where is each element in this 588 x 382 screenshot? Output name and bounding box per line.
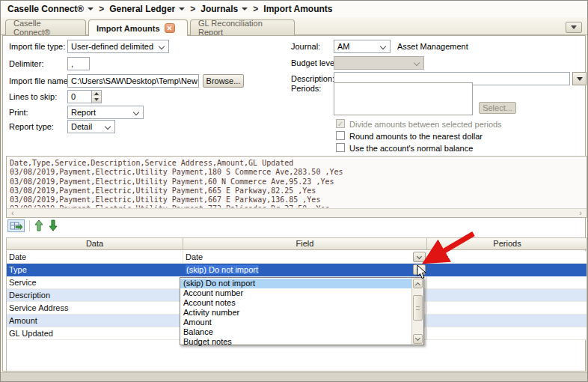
divide-amounts-checkbox (336, 119, 345, 128)
tab-bar: Caselle Connect® Import Amounts GL Recon… (1, 17, 587, 35)
scroll-right-icon[interactable]: › (579, 209, 582, 217)
dropdown-item-account-notes[interactable]: Account notes (180, 298, 411, 308)
periods-select-button: Select... (479, 102, 516, 114)
delimiter-input[interactable]: , (67, 57, 90, 70)
import-file-type-label: Import file type: (9, 42, 65, 51)
journal-description: Asset Management (397, 42, 468, 51)
description-label: Description: (291, 74, 334, 83)
column-header-field[interactable]: Field (183, 238, 427, 249)
report-type-select[interactable]: Detail (67, 120, 115, 133)
field-dropdown-button[interactable] (413, 252, 426, 262)
scroll-up-icon[interactable] (413, 279, 423, 288)
breadcrumb-label: Import Amounts (263, 4, 332, 14)
column-header-periods[interactable]: Periods (427, 238, 587, 249)
dropdown-item-activity-number[interactable]: Activity number (180, 308, 411, 318)
round-amounts-checkbox[interactable] (336, 131, 345, 140)
dropdown-item-account-number[interactable]: Account number (180, 288, 411, 298)
tab-import-amounts[interactable]: Import Amounts (88, 19, 188, 36)
tab-caselle-connect[interactable]: Caselle Connect® (5, 19, 86, 35)
periods-listbox[interactable] (334, 82, 473, 115)
chevron-down-icon (571, 25, 577, 29)
tab-list-button[interactable] (566, 22, 582, 33)
chevron-down-icon (414, 60, 420, 66)
dropdown-item-budget-notes[interactable]: Budget notes (180, 337, 411, 347)
table-row-type[interactable]: Type (skip) Do not import (6, 264, 587, 276)
breadcrumb-label: Journals (200, 4, 238, 14)
budget-level-select (334, 56, 424, 70)
description-dropdown-button[interactable] (572, 72, 587, 85)
import-file-type-value: User-defined delimited (71, 42, 153, 51)
lines-to-skip-stepper[interactable] (92, 90, 102, 103)
preview-line: 03/08/2019,Payment,Electric,Utility Paym… (7, 178, 587, 187)
preview-horizontal-scrollbar[interactable]: ‹ › (7, 208, 587, 217)
field-dropdown-list: (skip) Do not import Account number Acco… (180, 277, 424, 345)
round-amounts-label: Round amounts to the nearest dollar (349, 132, 483, 141)
print-label: Print: (9, 108, 28, 117)
tab-label: Import Amounts (97, 24, 160, 33)
breadcrumb-item-journals[interactable]: Journals (200, 4, 248, 14)
column-header-data[interactable]: Data (7, 238, 183, 249)
data-cell: Type (9, 265, 27, 274)
breadcrumb: Caselle Connect® > General Ledger > Jour… (1, 1, 587, 17)
tab-gl-reconciliation-report[interactable]: GL Reconciliation Report (190, 19, 295, 35)
lines-to-skip-input[interactable]: 0 (67, 90, 92, 103)
chevron-down-icon (159, 43, 165, 49)
map-fields-button[interactable] (7, 219, 25, 232)
data-cell: Service Address (9, 303, 68, 312)
data-cell: Amount (9, 316, 37, 325)
print-value: Report (71, 108, 96, 117)
normal-balance-label: Use the account's normal balance (349, 144, 473, 153)
chevron-down-icon (105, 124, 111, 130)
dropdown-item-amount[interactable]: Amount (180, 318, 411, 327)
field-cell: Date (186, 252, 203, 261)
chevron-down-icon (380, 43, 386, 49)
journal-value: AM (337, 42, 350, 51)
chevron-down-icon (133, 109, 139, 115)
scrollbar-thumb[interactable] (413, 295, 423, 321)
journal-select[interactable]: AM (334, 40, 391, 53)
divide-amounts-label: Divide amounts between selected periods (349, 120, 502, 129)
chevron-down-icon[interactable] (242, 7, 248, 10)
preview-line: 03/08/2019,Payment,Electric,Utility Paym… (7, 204, 587, 207)
data-cell: Description (9, 291, 50, 300)
status-strip (1, 372, 587, 381)
breadcrumb-label: General Ledger (109, 4, 175, 14)
report-type-label: Report type: (9, 122, 54, 131)
journal-label: Journal: (291, 42, 320, 51)
spinner-down-icon[interactable] (92, 96, 101, 103)
field-dropdown-button[interactable] (413, 264, 426, 275)
chevron-down-icon[interactable] (88, 7, 94, 10)
table-row-date[interactable]: Date Date (6, 251, 587, 264)
dropdown-item-skip[interactable]: (skip) Do not import (180, 279, 411, 288)
chevron-down-icon (577, 77, 583, 81)
breadcrumb-item-caselle-connect[interactable]: Caselle Connect® (7, 4, 94, 14)
breadcrumb-separator: > (190, 4, 195, 14)
import-file-name-label: Import file name: (9, 76, 70, 85)
move-up-icon[interactable] (34, 219, 43, 231)
map-fields-icon (10, 221, 22, 231)
mapping-table-header: Data Field Periods (6, 237, 587, 250)
chevron-down-icon[interactable] (179, 7, 185, 10)
browse-button[interactable]: Browse... (203, 74, 244, 88)
print-select[interactable]: Report (67, 106, 144, 119)
delimiter-label: Delimiter: (9, 59, 43, 68)
dropdown-scrollbar[interactable] (411, 278, 423, 345)
field-cell: (skip) Do not import (186, 265, 259, 274)
preview-line: 03/08/2019,Payment,Electric,Utility Paym… (7, 187, 587, 195)
data-cell: Date (9, 252, 26, 261)
normal-balance-checkbox[interactable] (336, 143, 345, 152)
breadcrumb-separator: > (253, 4, 258, 14)
file-preview-pane: Date,Type,Service,Description,Service Ad… (6, 156, 587, 218)
scroll-left-icon[interactable]: ‹ (11, 209, 14, 217)
breadcrumb-item-general-ledger[interactable]: General Ledger (109, 4, 185, 14)
close-icon[interactable] (165, 23, 175, 33)
report-type-value: Detail (71, 122, 92, 131)
periods-label: Periods: (291, 84, 321, 93)
scroll-down-icon[interactable] (413, 334, 423, 344)
preview-line: 03/08/2019,Payment,Electric,Utility Paym… (7, 195, 587, 204)
preview-line: 03/08/2019,Payment,Electric,Utility Paym… (7, 168, 587, 177)
move-down-icon[interactable] (49, 219, 58, 231)
import-file-name-input[interactable]: C:\Users\SAW\Desktop\Temp\New folder\im (67, 74, 199, 88)
dropdown-item-balance[interactable]: Balance (180, 327, 411, 337)
import-file-type-select[interactable]: User-defined delimited (67, 40, 169, 53)
